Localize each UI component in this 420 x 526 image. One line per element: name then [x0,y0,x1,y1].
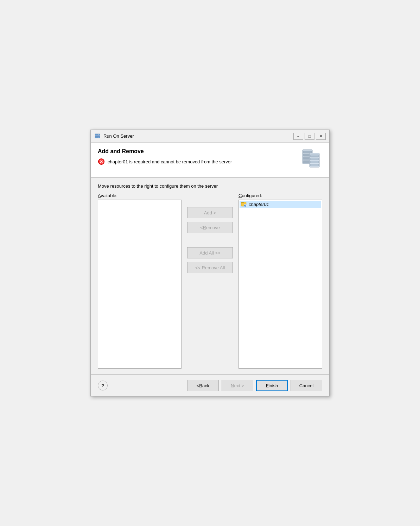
footer-buttons: < Back Next > Finish Cancel [187,380,322,391]
cancel-button[interactable]: Cancel [291,380,322,391]
header-title: Add and Remove [98,148,300,155]
content-section: Move resources to the right to configure… [91,178,329,374]
footer-section: ? < Back Next > Finish Cancel [91,375,329,396]
svg-rect-19 [310,161,319,163]
remove-button[interactable]: < Remove [187,222,233,233]
svg-rect-18 [310,158,319,160]
close-button[interactable]: ✕ [316,133,326,140]
svg-point-3 [98,137,99,137]
configured-item-chapter01[interactable]: i chapter01 [240,201,321,208]
maximize-button[interactable]: □ [305,133,314,140]
header-message: ✕ chapter01 is required and cannot be re… [98,158,300,165]
svg-rect-20 [310,164,319,166]
header-message-text: chapter01 is required and cannot be remo… [108,159,232,164]
back-button[interactable]: < Back [187,380,219,391]
header-section: Add and Remove ✕ chapter01 is required a… [91,143,329,178]
add-button[interactable]: Add > [187,207,233,218]
error-icon: ✕ [98,158,105,165]
title-text: Run On Server [103,133,134,139]
project-icon: i [241,201,247,207]
minimize-button[interactable]: − [293,133,303,140]
available-column: Available: [98,193,182,369]
configured-list[interactable]: i chapter01 [238,200,322,369]
title-bar: Run On Server − □ ✕ [91,130,329,143]
svg-rect-17 [310,155,319,157]
remove-all-button[interactable]: << Remove All [187,262,233,273]
instruction-text: Move resources to the right to configure… [98,183,322,189]
help-button[interactable]: ? [98,381,108,390]
action-buttons-column: Add > < Remove Add All >> << Remove All [182,193,238,273]
run-on-server-dialog: Run On Server − □ ✕ Add and Remove ✕ cha… [90,130,330,396]
svg-text:✕: ✕ [100,159,103,164]
available-list[interactable] [98,200,182,369]
configured-item-name: chapter01 [249,202,269,207]
title-bar-left: Run On Server [94,133,134,139]
lists-container: Available: Add > < Remove Add All >> << … [98,193,322,369]
finish-button[interactable]: Finish [256,380,288,391]
svg-point-2 [98,134,99,135]
configured-column: Configured: i chapter01 [238,193,322,369]
server-icon [94,133,101,139]
available-label: Available: [98,193,182,198]
next-button[interactable]: Next > [222,380,253,391]
title-bar-controls: − □ ✕ [293,133,326,140]
svg-rect-22 [241,202,244,203]
add-all-button[interactable]: Add All >> [187,247,233,258]
header-left: Add and Remove ✕ chapter01 is required a… [98,148,300,165]
configured-label: Configured: [238,193,322,198]
server-graphic [300,148,322,171]
footer-left: ? [98,381,108,390]
